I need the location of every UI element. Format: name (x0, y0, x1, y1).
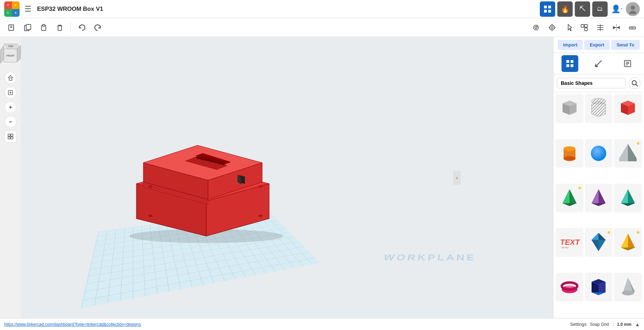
fit-view-button[interactable] (5, 87, 16, 98)
shape-item-pyramid-green[interactable]: ★ (556, 184, 584, 212)
learn-button[interactable]: ⛏ (575, 1, 590, 17)
panel-collapse-button[interactable]: › (453, 171, 461, 185)
shape-item-sphere-blue[interactable] (585, 139, 613, 168)
shape-item-prism-dark-blue[interactable] (585, 273, 613, 301)
svg-rect-56 (11, 137, 13, 139)
copy-design-button[interactable] (20, 20, 35, 35)
url-link[interactable]: https://www.tinkercad.com/dashboard?type… (4, 322, 141, 327)
ruler-button[interactable] (625, 20, 640, 35)
svg-rect-78 (566, 64, 569, 67)
shape-item-box-red[interactable] (614, 94, 642, 123)
svg-text:FRONT: FRONT (6, 54, 15, 57)
svg-point-71 (149, 215, 152, 217)
menu-icon[interactable]: ☰ (24, 5, 31, 14)
undo-button[interactable] (74, 20, 89, 35)
shape-item-pyramid-yellow[interactable]: ★ (614, 228, 642, 257)
svg-marker-33 (613, 27, 616, 29)
chevron-right-icon: › (456, 175, 458, 181)
add-user-button[interactable]: 👤+ (610, 2, 624, 16)
svg-line-81 (599, 63, 599, 64)
mirror-button[interactable] (609, 20, 624, 35)
delete-icon (56, 24, 64, 31)
snap-grid-colon: : (612, 322, 613, 327)
grid-view-button[interactable] (540, 1, 555, 17)
svg-rect-3 (548, 10, 551, 13)
zoom-out-button[interactable] (5, 116, 16, 128)
svg-rect-46 (9, 78, 12, 80)
home-view-button[interactable] (5, 72, 16, 84)
shapes-search-button[interactable] (629, 77, 641, 89)
delete-button[interactable] (52, 20, 67, 35)
shape-item-prism-gray[interactable]: ★ (614, 139, 642, 168)
export-button[interactable]: Export (584, 40, 610, 50)
svg-rect-35 (629, 27, 636, 29)
model-svg (115, 107, 297, 247)
shapes-header: Basic Shapes (553, 74, 644, 92)
shape-item-cylinder-gray-hole[interactable] (585, 94, 613, 123)
svg-point-4 (631, 6, 635, 10)
svg-rect-25 (581, 24, 584, 27)
svg-rect-27 (585, 24, 587, 27)
tab-notes[interactable] (619, 55, 636, 72)
shapes-category-dropdown[interactable]: Basic Shapes (557, 78, 626, 88)
svg-rect-2 (544, 10, 547, 13)
user-avatar[interactable] (626, 2, 640, 16)
svg-marker-24 (568, 24, 572, 31)
settings-button[interactable]: Settings (570, 322, 586, 327)
right-panel: Import Export Send To (553, 37, 644, 318)
view-cube[interactable]: TOP FRONT BACK (0, 41, 24, 68)
shape-item-pyramid-teal[interactable] (614, 184, 642, 212)
view-cube-svg: TOP FRONT BACK (0, 41, 24, 68)
shape-item-box-gray[interactable] (556, 94, 584, 123)
svg-point-69 (149, 186, 152, 188)
import-button[interactable]: Import (558, 40, 583, 50)
star-badge: ★ (636, 140, 641, 146)
files-button[interactable]: 🗂 (592, 1, 608, 17)
shape-item-text-red[interactable]: TEXT 3D Text (556, 228, 584, 257)
copy-icon (24, 24, 31, 31)
shapes-grid-icon (566, 59, 574, 68)
svg-text:3D Text: 3D Text (561, 247, 569, 249)
svg-marker-117 (621, 203, 635, 206)
paste-button[interactable] (36, 20, 51, 35)
svg-text:TEXT: TEXT (560, 238, 580, 247)
svg-line-82 (600, 61, 601, 62)
star-badge: ★ (578, 185, 582, 191)
shape-item-gem-blue[interactable]: ★ (585, 228, 613, 257)
svg-rect-0 (544, 6, 547, 8)
tab-shapes[interactable] (561, 55, 578, 72)
logo[interactable]: T K C A (4, 1, 20, 17)
shape-item-torus-pink[interactable] (556, 273, 584, 301)
align-button[interactable] (593, 20, 608, 35)
home-icon (7, 75, 14, 81)
select-button[interactable] (561, 20, 575, 35)
bottombar: https://www.tinkercad.com/dashboard?type… (0, 318, 644, 330)
camera-icon (532, 24, 540, 31)
notes-tab-icon (623, 59, 632, 68)
svg-point-72 (259, 215, 262, 217)
svg-point-17 (537, 26, 538, 27)
new-button[interactable] (4, 20, 19, 35)
zoom-in-button[interactable] (5, 101, 16, 113)
activity-button[interactable]: 🔥 (557, 1, 573, 17)
svg-point-94 (592, 98, 606, 104)
shape-item-pyramid-purple[interactable] (585, 184, 613, 212)
camera-button[interactable] (529, 20, 543, 35)
canvas-area[interactable]: WORKPLANE (21, 37, 553, 318)
tab-ruler[interactable] (590, 55, 607, 72)
send-to-button[interactable]: Send To (611, 40, 640, 50)
svg-marker-121 (599, 233, 606, 240)
toolbar (0, 18, 644, 37)
grid-settings-icon (7, 133, 14, 140)
shape-item-cone-gray[interactable] (614, 273, 642, 301)
redo-button[interactable] (91, 20, 105, 35)
shape-item-cylinder-orange[interactable] (556, 139, 584, 168)
3d-model[interactable] (115, 107, 308, 254)
grid-settings-button[interactable] (5, 131, 16, 142)
target-icon (548, 24, 556, 31)
group-button[interactable] (577, 20, 592, 35)
snap-grid-up-button[interactable]: ▲ (635, 322, 640, 327)
search-icon (631, 80, 638, 87)
svg-point-19 (551, 27, 553, 29)
target-button[interactable] (545, 20, 559, 35)
